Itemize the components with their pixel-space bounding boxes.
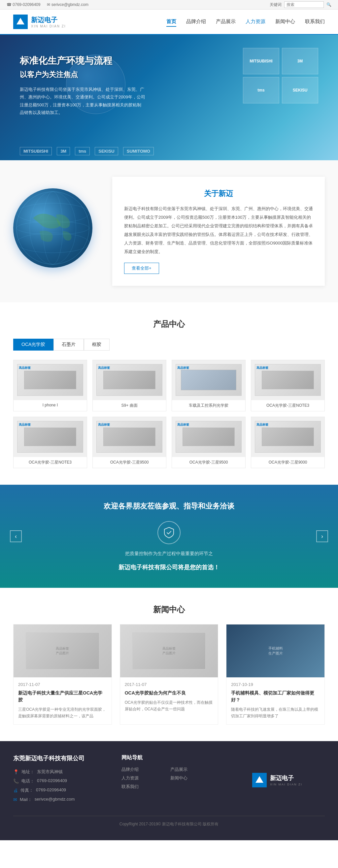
svg-point-6 bbox=[16, 233, 89, 253]
product-tab-graphite[interactable]: 石墨片 bbox=[54, 339, 84, 350]
product-tab-frame[interactable]: 框胶 bbox=[84, 339, 110, 350]
prev-arrow[interactable]: ‹ bbox=[10, 530, 22, 542]
hero-badge-3m: 3M bbox=[282, 48, 318, 74]
product-card-1[interactable]: 高品标签 S9+ 曲面 bbox=[93, 360, 166, 411]
product-img-inner-1: 高品标签 bbox=[96, 364, 162, 396]
nav-contact[interactable]: 联系我们 bbox=[305, 17, 325, 27]
news-summary-2: 随着电子科技的飞速发展，在珠三角以及上带的模切加工厂家到得明显增多了 bbox=[231, 706, 320, 720]
footer-nav-hr[interactable]: 人力资源 bbox=[122, 775, 168, 781]
product-card-3[interactable]: 高品标签 OCA光学胶-三星NOTE3 bbox=[251, 360, 325, 411]
product-card-5[interactable]: 高品标签 OCA光学胶-三星9500 bbox=[93, 417, 166, 468]
product-card-7[interactable]: 高品标签 OCA光学胶-三星9000 bbox=[251, 417, 325, 468]
logo: 新迈电子 XIN MAI DIAN ZI bbox=[13, 14, 66, 29]
news-date-0: 2017-11-07 bbox=[18, 682, 107, 687]
nav-products[interactable]: 产品展示 bbox=[216, 17, 236, 27]
product-card-0[interactable]: 高品标签 I phone I bbox=[13, 360, 87, 411]
hero-logo-sumitomo: SUMITOMO bbox=[123, 147, 154, 155]
logo-cn: 新迈电子 bbox=[31, 16, 66, 25]
product-card-2[interactable]: 高品标签 车载及工控系列光学胶 bbox=[172, 360, 245, 411]
news-img-product-0: 高品标签产品图片 bbox=[13, 624, 111, 677]
hero-desc: 新迈电子科技有限公司坐落于东莞市风神镇、处于深圳、东莞、广州、惠州的中心。环境优… bbox=[20, 86, 145, 117]
product-name-4: OCA光学胶-三星NOTE3 bbox=[13, 457, 87, 468]
footer-logo-section: 新迈电子 XIN MAI DIAN ZI bbox=[230, 754, 325, 806]
footer-address-value: 东莞市风神镇 bbox=[37, 769, 63, 775]
welcome-desc: 把质量控制作为生产过程中最重要的环节之 bbox=[13, 551, 325, 557]
product-img-inner-5: 高品标签 bbox=[96, 421, 162, 453]
footer-copyright: CopyRight 2017-2019© 新迈电子科技有限公司 版权所有 bbox=[120, 822, 218, 826]
nav-hr[interactable]: 人力资源 bbox=[245, 17, 265, 27]
footer-mail-value: serivce@gbmdz.com bbox=[35, 797, 75, 802]
nav-news[interactable]: 新闻中心 bbox=[275, 17, 295, 27]
footer-address-label: 地址： bbox=[22, 769, 34, 775]
top-bar-right: 关键词 🔍 bbox=[270, 1, 331, 8]
about-title: 关于新迈 bbox=[124, 189, 313, 198]
main-nav: 首页 品牌介绍 产品展示 人力资源 新闻中心 联系我们 bbox=[166, 17, 325, 27]
globe-visual bbox=[13, 188, 93, 268]
footer-fax-label: 传真： bbox=[21, 787, 33, 793]
phone-icon: ☎ bbox=[7, 2, 12, 7]
product-name-2: 车载及工控系列光学胶 bbox=[172, 400, 245, 411]
top-bar-left: ☎ 0769-02096409 ✉ serivce@gbmdz.com bbox=[7, 2, 89, 7]
products-title: 产品中心 bbox=[13, 319, 325, 330]
footer-nav-news[interactable]: 新闻中心 bbox=[170, 775, 216, 781]
news-img-1: 高品标签产品图片 bbox=[120, 624, 218, 677]
product-img-inner-7: 高品标签 bbox=[255, 421, 321, 453]
next-arrow[interactable]: › bbox=[316, 530, 328, 542]
about-content: 关于新迈 新迈电子科技有限公司坐落于东莞市风神镇、处于深圳、东莞、广州、惠州的中… bbox=[112, 177, 325, 286]
footer-logo-cn: 新迈电子 bbox=[270, 774, 302, 782]
footer-phone-label: 电话： bbox=[22, 778, 34, 784]
footer-fax-value: 0769-02096409 bbox=[36, 787, 66, 792]
logo-icon bbox=[13, 14, 28, 29]
news-body-2: 2017-10-19 手机辅料模具、模切加工厂家如何做得更好？ 随着电子科技的飞… bbox=[227, 677, 325, 724]
news-card-2[interactable]: 手机辅料生产图片 2017-10-19 手机辅料模具、模切加工厂家如何做得更好？… bbox=[226, 624, 325, 724]
footer-logo-box: 新迈电子 XIN MAI DIAN ZI bbox=[252, 773, 302, 787]
nav-home[interactable]: 首页 bbox=[166, 17, 176, 27]
footer-logo-text: 新迈电子 XIN MAI DIAN ZI bbox=[270, 774, 302, 786]
product-name-3: OCA光学胶-三星NOTE3 bbox=[251, 400, 325, 411]
welcome-section: 欢迎各界朋友莅临参观、指导和业务洽谈 把质量控制作为生产过程中最重要的环节之 新… bbox=[0, 485, 338, 588]
product-card-4[interactable]: 高品标签 OCA光学胶-三星NOTE3 bbox=[13, 417, 87, 468]
login-label: 关键词 bbox=[270, 2, 281, 8]
product-name-1: S9+ 曲面 bbox=[93, 400, 166, 411]
product-card-6[interactable]: 高品标签 OCA光学胶-三星9500 bbox=[172, 417, 245, 468]
footer-nav-brand[interactable]: 品牌介绍 bbox=[122, 767, 168, 773]
shield-icon bbox=[163, 527, 175, 538]
welcome-prev-btn[interactable]: ‹ bbox=[10, 530, 22, 542]
news-grid: 高品标签产品图片 2017-11-07 新迈电子科技大量生产供应三星OCA光学胶… bbox=[13, 624, 325, 724]
footer-nav-contact[interactable]: 联系我们 bbox=[122, 784, 168, 790]
about-more-btn[interactable]: 查看全部+ bbox=[124, 263, 159, 274]
news-card-0[interactable]: 高品标签产品图片 2017-11-07 新迈电子科技大量生产供应三星OCA光学胶… bbox=[13, 624, 112, 724]
footer-company-name: 东莞新迈电子科技有限公司 bbox=[13, 754, 108, 762]
footer-nav-title: 网站导航 bbox=[122, 754, 216, 761]
product-name-0: I phone I bbox=[13, 400, 87, 410]
news-title-2: 手机辅料模具、模切加工厂家如何做得更好？ bbox=[231, 689, 320, 704]
search-icon[interactable]: 🔍 bbox=[327, 2, 331, 7]
footer-logo-icon bbox=[252, 773, 267, 787]
search-input[interactable] bbox=[284, 1, 324, 8]
news-section: 新闻中心 高品标签产品图片 2017-11-07 新迈电子科技大量生产供应三星O… bbox=[0, 588, 338, 741]
email-icon: ✉ bbox=[47, 2, 51, 7]
news-summary-1: OCA光学胶的贴合不仅仅是一种技术性，而在触摸屏贴合时，OCA还会产生一些问题 bbox=[125, 699, 213, 713]
hero-logo-tms: tms bbox=[75, 147, 90, 155]
hero-title1: 标准化生产环境与流程 bbox=[20, 55, 145, 67]
welcome-next-btn[interactable]: › bbox=[316, 530, 328, 542]
product-name-5: OCA光学胶-三星9500 bbox=[93, 457, 166, 468]
news-body-1: 2017-11-07 OCA光学胶贴合为何产生不良 OCA光学胶的贴合不仅仅是一… bbox=[120, 677, 218, 717]
product-tab-oca[interactable]: OCA光学胶 bbox=[13, 339, 54, 350]
footer: 东莞新迈电子科技有限公司 📍 地址： 东莞市风神镇 📞 电话： 0769-020… bbox=[0, 741, 338, 840]
hero-banner: 标准化生产环境与流程 以客户为关注焦点 新迈电子科技有限公司坐落于东莞市风神镇、… bbox=[0, 35, 338, 160]
product-img-1: 高品标签 bbox=[93, 360, 166, 400]
product-img-5: 高品标签 bbox=[93, 417, 166, 457]
footer-nav-grid: 品牌介绍 产品展示 人力资源 新闻中心 联系我们 bbox=[122, 767, 216, 790]
news-card-1[interactable]: 高品标签产品图片 2017-11-07 OCA光学胶贴合为何产生不良 OCA光学… bbox=[120, 624, 218, 724]
nav-brand[interactable]: 品牌介绍 bbox=[186, 17, 206, 27]
svg-marker-0 bbox=[16, 18, 25, 25]
hero-logo-3m: 3M bbox=[57, 147, 70, 155]
footer-nav-products[interactable]: 产品展示 bbox=[170, 767, 216, 773]
welcome-icon bbox=[158, 521, 180, 544]
news-body-0: 2017-11-07 新迈电子科技大量生产供应三星OCA光学胶 三星OCA光学胶… bbox=[13, 677, 111, 724]
news-title: 新闻中心 bbox=[13, 604, 325, 615]
about-section: 关于新迈 新迈电子科技有限公司坐落于东莞市风神镇、处于深圳、东莞、广州、惠州的中… bbox=[0, 160, 338, 302]
about-text: 新迈电子科技有限公司坐落于东莞市风神镇、处于深圳、东莞、广州、惠州的中心，环境优… bbox=[124, 205, 313, 256]
location-icon: 📍 bbox=[13, 769, 19, 774]
